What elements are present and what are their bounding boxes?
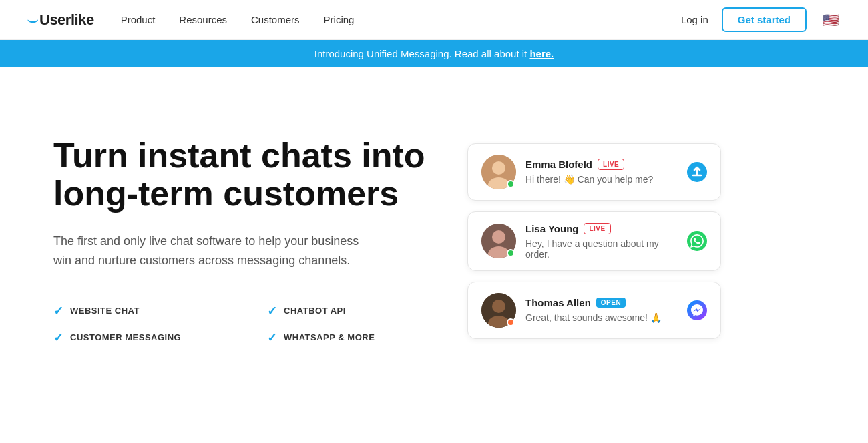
chat-message: Hi there! 👋 Can you help me? bbox=[525, 174, 678, 185]
chat-header: Lisa Young LIVE bbox=[525, 223, 678, 234]
login-button[interactable]: Log in bbox=[681, 14, 708, 25]
chat-card-lisa[interactable]: Lisa Young LIVE Hey, I have a question a… bbox=[467, 211, 721, 271]
feature-label: CHATBOT API bbox=[284, 306, 346, 316]
avatar-lisa bbox=[481, 224, 516, 258]
status-indicator bbox=[507, 249, 515, 257]
svg-point-1 bbox=[492, 161, 505, 175]
check-icon: ✓ bbox=[53, 304, 63, 318]
feature-website-chat: ✓ WEBSITE CHAT bbox=[53, 304, 227, 318]
nav-pricing[interactable]: Pricing bbox=[324, 14, 355, 25]
feature-label: CUSTOMER MESSAGING bbox=[70, 332, 181, 342]
hero-content: Turn instant chats into long-term custom… bbox=[53, 137, 441, 345]
hero-section: Turn instant chats into long-term custom… bbox=[0, 67, 868, 401]
nav-customers[interactable]: Customers bbox=[251, 14, 300, 25]
chat-info-thomas: Thomas Allen OPEN Great, that sounds awe… bbox=[525, 297, 678, 323]
chat-message: Hey, I have a question about my order. bbox=[525, 238, 678, 260]
chat-info-emma: Emma Blofeld LIVE Hi there! 👋 Can you he… bbox=[525, 159, 678, 185]
navbar: ⌣ Userlike Product Resources Customers P… bbox=[0, 0, 868, 40]
check-icon: ✓ bbox=[53, 330, 63, 345]
channel-icon-messenger bbox=[687, 300, 707, 320]
status-indicator bbox=[507, 318, 515, 326]
logo[interactable]: ⌣ Userlike bbox=[27, 11, 94, 29]
feature-label: WEBSITE CHAT bbox=[70, 306, 140, 316]
hero-title: Turn instant chats into long-term custom… bbox=[53, 137, 441, 213]
feature-whatsapp: ✓ WHATSAPP & MORE bbox=[267, 330, 441, 345]
features-list: ✓ WEBSITE CHAT ✓ CHATBOT API ✓ CUSTOMER … bbox=[53, 304, 441, 345]
nav-resources[interactable]: Resources bbox=[179, 14, 227, 25]
chat-card-thomas[interactable]: Thomas Allen OPEN Great, that sounds awe… bbox=[467, 282, 721, 339]
logo-dot: ⌣ bbox=[27, 11, 39, 29]
logo-text: Userlike bbox=[39, 11, 94, 29]
live-badge: LIVE bbox=[584, 223, 610, 234]
chat-card-emma[interactable]: Emma Blofeld LIVE Hi there! 👋 Can you he… bbox=[467, 143, 721, 201]
chat-header: Thomas Allen OPEN bbox=[525, 297, 678, 308]
check-icon: ✓ bbox=[267, 304, 277, 318]
channel-icon-userlike bbox=[687, 162, 707, 182]
chat-header: Emma Blofeld LIVE bbox=[525, 159, 678, 170]
hero-subtitle: The first and only live chat software to… bbox=[53, 232, 361, 270]
banner-link[interactable]: here. bbox=[529, 48, 554, 59]
chat-name: Lisa Young bbox=[525, 223, 578, 234]
chat-name: Emma Blofeld bbox=[525, 159, 592, 170]
chat-info-lisa: Lisa Young LIVE Hey, I have a question a… bbox=[525, 223, 678, 260]
check-icon: ✓ bbox=[267, 330, 277, 345]
channel-icon-whatsapp bbox=[687, 231, 707, 251]
svg-point-4 bbox=[492, 230, 505, 244]
chat-name: Thomas Allen bbox=[525, 297, 591, 308]
feature-label: WHATSAPP & MORE bbox=[284, 332, 375, 342]
chat-cards-container: Emma Blofeld LIVE Hi there! 👋 Can you he… bbox=[441, 143, 721, 339]
nav-links: Product Resources Customers Pricing bbox=[121, 14, 681, 25]
feature-chatbot-api: ✓ CHATBOT API bbox=[267, 304, 441, 318]
nav-product[interactable]: Product bbox=[121, 14, 156, 25]
banner-text: Introducing Unified Messaging. Read all … bbox=[314, 48, 530, 59]
chat-message: Great, that sounds awesome! 🙏 bbox=[525, 312, 678, 323]
status-indicator bbox=[507, 180, 515, 188]
get-started-button[interactable]: Get started bbox=[722, 7, 807, 32]
avatar-emma bbox=[481, 155, 516, 189]
feature-customer-messaging: ✓ CUSTOMER MESSAGING bbox=[53, 330, 227, 345]
nav-right: Log in Get started 🇺🇸 bbox=[681, 7, 841, 32]
announcement-banner: Introducing Unified Messaging. Read all … bbox=[0, 40, 868, 67]
language-selector[interactable]: 🇺🇸 bbox=[820, 9, 841, 31]
live-badge: LIVE bbox=[598, 159, 624, 170]
svg-point-7 bbox=[492, 300, 505, 313]
avatar-thomas bbox=[481, 293, 516, 328]
open-badge: OPEN bbox=[596, 298, 626, 308]
